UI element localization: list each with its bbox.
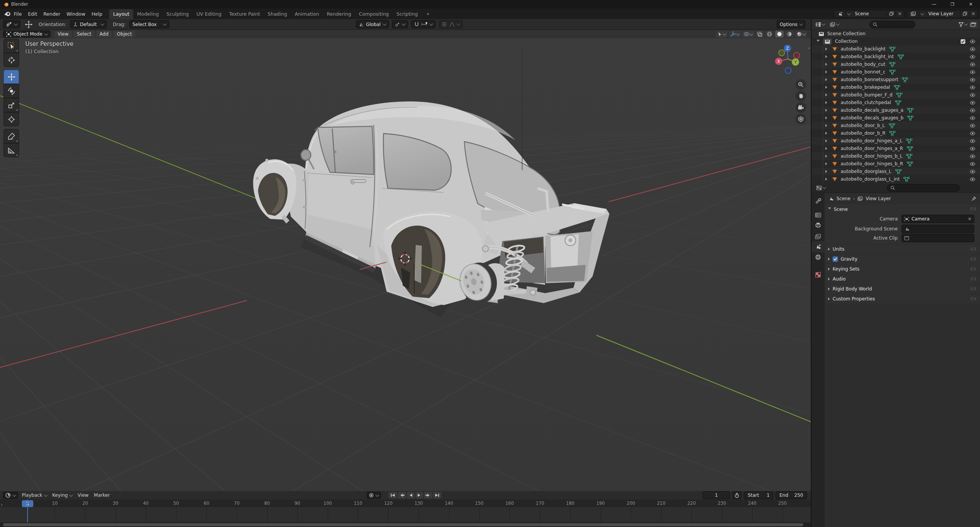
item-disclosure[interactable] <box>825 109 827 112</box>
collection-eye-icon[interactable] <box>970 39 975 44</box>
properties-tab-tool[interactable] <box>812 195 825 207</box>
workspace-tab-shading[interactable]: Shading <box>264 9 291 19</box>
viewport-menu-view[interactable]: View <box>54 31 72 38</box>
outliner-item-autobello_door_hinges_b_L[interactable]: autobello_door_hinges_b_L <box>812 152 980 160</box>
item-eye-icon[interactable] <box>970 124 975 128</box>
properties-search-input[interactable] <box>887 184 960 192</box>
outliner-search-input[interactable] <box>869 21 915 28</box>
editor-type-button[interactable] <box>3 492 18 499</box>
item-eye-icon[interactable] <box>970 93 975 97</box>
transform-orientation-dropdown[interactable]: Global <box>356 20 389 28</box>
properties-tab-texture[interactable] <box>812 269 825 281</box>
jump-to-end-button[interactable] <box>433 492 441 499</box>
timeline-scrollbar-thumb[interactable] <box>3 523 803 526</box>
item-disclosure[interactable] <box>825 86 827 89</box>
scene-selector[interactable]: Scene ✕ <box>834 10 904 18</box>
item-disclosure[interactable] <box>825 170 827 173</box>
panel-rigid-body-world[interactable]: Rigid Body World⠿⠿ <box>825 284 980 294</box>
jump-prev-keyframe-button[interactable] <box>398 492 406 499</box>
menu-edit[interactable]: Edit <box>25 11 40 17</box>
menu-help[interactable]: Help <box>88 11 106 17</box>
jump-to-start-button[interactable] <box>389 492 397 499</box>
item-eye-icon[interactable] <box>970 108 975 113</box>
play-reverse-button[interactable] <box>407 492 415 499</box>
workspace-tab-uv-editing[interactable]: UV Editing <box>193 9 225 19</box>
object-visibility-filter[interactable] <box>716 31 727 38</box>
item-eye-icon[interactable] <box>970 154 975 158</box>
shading-solid-button[interactable] <box>775 31 784 38</box>
new-collection-button[interactable] <box>969 21 978 28</box>
workspace-tab-animation[interactable]: Animation <box>291 9 323 19</box>
tool-transform-button[interactable] <box>3 112 19 126</box>
timeline-expand-arrow[interactable]: › <box>1 502 3 507</box>
camera-field[interactable]: Camera ✕ <box>902 215 974 223</box>
viewport-menu-select[interactable]: Select <box>74 31 95 38</box>
workspace-tab-rendering[interactable]: Rendering <box>323 9 355 19</box>
outliner-item-autobello_bonnetsupport[interactable]: autobello_bonnetsupport <box>812 76 980 83</box>
auto-keying-toggle[interactable] <box>367 492 381 499</box>
timeline-menu-keying[interactable]: Keying <box>52 493 72 498</box>
item-eye-icon[interactable] <box>970 55 975 59</box>
item-eye-icon[interactable] <box>970 78 975 82</box>
outliner-item-autobello_bonnet_c[interactable]: autobello_bonnet_c <box>812 68 980 76</box>
item-eye-icon[interactable] <box>970 131 975 135</box>
item-eye-icon[interactable] <box>970 177 975 181</box>
pin-icon[interactable] <box>971 196 976 201</box>
collapse-sidebar-arrow[interactable]: ‹ <box>808 45 810 51</box>
collection-disclosure[interactable] <box>817 40 820 43</box>
workspace-tab-sculpting[interactable]: Sculpting <box>163 9 193 19</box>
item-eye-icon[interactable] <box>970 139 975 143</box>
gravity-checkbox[interactable] <box>833 256 838 262</box>
outliner-item-autobello_door_b_R[interactable]: autobello_door_b_R <box>812 129 980 137</box>
view-layer-selector[interactable]: View Layer ✕ <box>907 10 978 18</box>
workspace-tab-modeling[interactable]: Modeling <box>133 9 163 19</box>
outliner-item-autobello_backlight_int[interactable]: autobello_backlight_int <box>812 53 980 60</box>
ortho-toggle-button[interactable] <box>795 114 806 124</box>
outliner-item-autobello_doorglass_L[interactable]: autobello_doorglass_L <box>812 168 980 175</box>
panel-audio[interactable]: Audio⠿⠿ <box>825 274 980 284</box>
timeline-tracks[interactable] <box>0 507 811 522</box>
viewport-menu-add[interactable]: Add <box>96 31 112 38</box>
viewport-3d[interactable]: User Perspective (1) Collection Z X Y <box>0 38 811 491</box>
breadcrumb-view-layer[interactable]: View Layer <box>866 196 891 201</box>
background-scene-field[interactable] <box>902 225 974 233</box>
item-disclosure[interactable] <box>825 139 827 142</box>
outliner-item-autobello_door_hinges_a_R[interactable]: autobello_door_hinges_a_R <box>812 145 980 152</box>
properties-editor-type-button[interactable] <box>815 185 827 191</box>
item-eye-icon[interactable] <box>970 85 975 90</box>
timeline-menu-playback[interactable]: Playback <box>22 493 47 498</box>
active-tool-icon[interactable] <box>3 20 20 28</box>
item-disclosure[interactable] <box>825 132 827 135</box>
item-disclosure[interactable] <box>825 47 827 51</box>
pan-button[interactable] <box>795 91 806 101</box>
item-eye-icon[interactable] <box>970 116 975 120</box>
item-eye-icon[interactable] <box>970 62 975 67</box>
item-disclosure[interactable] <box>825 178 827 181</box>
xray-toggle[interactable] <box>756 31 764 38</box>
mode-dropdown[interactable]: Object Mode <box>3 31 51 38</box>
item-eye-icon[interactable] <box>970 170 975 174</box>
zoom-button[interactable] <box>795 79 806 90</box>
orientation-dropdown[interactable]: Default <box>70 20 107 28</box>
item-disclosure[interactable] <box>825 70 827 73</box>
outliner-item-autobello_decals_gauges_b[interactable]: autobello_decals_gauges_b <box>812 114 980 122</box>
minimize-button[interactable]: — <box>925 0 943 8</box>
tool-cursor-button[interactable] <box>3 53 19 67</box>
properties-tab-output[interactable] <box>812 219 825 231</box>
item-eye-icon[interactable] <box>970 147 975 151</box>
outliner-item-autobello_brakepedal[interactable]: autobello_brakepedal <box>812 83 980 91</box>
item-disclosure[interactable] <box>825 162 827 165</box>
workspace-tab-layout[interactable]: Layout <box>109 9 133 19</box>
workspace-tab-scripting[interactable]: Scripting <box>393 9 422 19</box>
navigation-gizmo[interactable]: Z X Y <box>773 44 803 74</box>
menu-render[interactable]: Render <box>40 11 64 17</box>
outliner-editor-type-button[interactable] <box>814 21 826 28</box>
tool-measure-button[interactable] <box>3 143 19 157</box>
item-eye-icon[interactable] <box>970 101 975 105</box>
tool-rotate-button[interactable] <box>3 84 19 98</box>
outliner-item-autobello_decals_gauges_a[interactable]: autobello_decals_gauges_a <box>812 106 980 114</box>
timeline-scrollbar[interactable] <box>0 522 811 527</box>
outliner-display-mode-button[interactable] <box>828 22 841 27</box>
use-preview-range-toggle[interactable] <box>732 491 742 499</box>
properties-tab-scene[interactable] <box>812 241 825 253</box>
